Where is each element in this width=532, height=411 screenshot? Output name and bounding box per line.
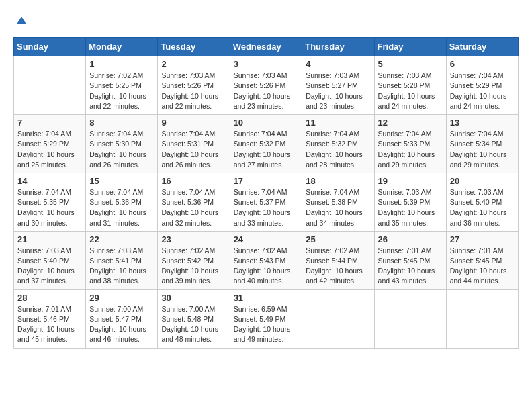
day-info: Sunrise: 7:03 AM Sunset: 5:39 PM Dayligh… [378,187,443,228]
day-number: 19 [378,176,443,186]
day-info: Sunrise: 7:04 AM Sunset: 5:35 PM Dayligh… [17,187,82,228]
calendar-cell: 31Sunrise: 6:59 AM Sunset: 5:49 PM Dayli… [230,289,302,348]
day-info: Sunrise: 7:04 AM Sunset: 5:32 PM Dayligh… [306,129,370,170]
day-number: 1 [89,59,154,69]
day-number: 18 [306,176,370,186]
weekday-header-saturday: Saturday [446,38,518,56]
day-info: Sunrise: 7:00 AM Sunset: 5:47 PM Dayligh… [89,304,154,345]
calendar-table: SundayMondayTuesdayWednesdayThursdayFrid… [13,37,519,348]
day-info: Sunrise: 7:04 AM Sunset: 5:31 PM Dayligh… [161,129,226,170]
svg-marker-0 [17,17,26,24]
day-info: Sunrise: 7:03 AM Sunset: 5:40 PM Dayligh… [17,246,82,287]
day-info: Sunrise: 7:03 AM Sunset: 5:41 PM Dayligh… [89,246,154,287]
day-info: Sunrise: 7:04 AM Sunset: 5:36 PM Dayligh… [89,187,154,228]
calendar-cell: 29Sunrise: 7:00 AM Sunset: 5:47 PM Dayli… [86,289,158,348]
day-number: 16 [161,176,226,186]
day-number: 24 [234,234,299,244]
day-number: 4 [306,59,370,69]
calendar-cell: 1Sunrise: 7:02 AM Sunset: 5:25 PM Daylig… [86,56,158,115]
day-number: 2 [161,59,226,69]
calendar-cell: 18Sunrise: 7:04 AM Sunset: 5:38 PM Dayli… [302,173,374,231]
day-number: 14 [17,176,82,186]
day-number: 6 [450,59,515,69]
calendar-cell: 12Sunrise: 7:04 AM Sunset: 5:33 PM Dayli… [374,115,446,173]
logo-icon [15,13,28,27]
day-number: 31 [234,293,299,303]
day-info: Sunrise: 7:04 AM Sunset: 5:34 PM Dayligh… [450,129,515,170]
day-number: 5 [378,59,443,69]
day-info: Sunrise: 7:01 AM Sunset: 5:45 PM Dayligh… [450,246,515,287]
calendar-cell: 4Sunrise: 7:03 AM Sunset: 5:27 PM Daylig… [302,56,374,115]
day-number: 23 [161,234,226,244]
calendar-cell: 27Sunrise: 7:01 AM Sunset: 5:45 PM Dayli… [446,231,518,289]
calendar-cell [374,289,446,348]
day-number: 13 [450,118,515,128]
calendar-cell: 17Sunrise: 7:04 AM Sunset: 5:37 PM Dayli… [230,173,302,231]
calendar-week-row: 28Sunrise: 7:01 AM Sunset: 5:46 PM Dayli… [14,289,519,348]
calendar-cell: 8Sunrise: 7:04 AM Sunset: 5:30 PM Daylig… [86,115,158,173]
day-number: 9 [161,118,226,128]
calendar-cell: 9Sunrise: 7:04 AM Sunset: 5:31 PM Daylig… [158,115,230,173]
calendar-week-row: 1Sunrise: 7:02 AM Sunset: 5:25 PM Daylig… [14,56,519,115]
day-info: Sunrise: 7:02 AM Sunset: 5:25 PM Dayligh… [89,71,154,111]
calendar-cell [446,289,518,348]
day-number: 20 [450,176,515,186]
calendar-cell: 5Sunrise: 7:03 AM Sunset: 5:28 PM Daylig… [374,56,446,115]
day-info: Sunrise: 7:02 AM Sunset: 5:44 PM Dayligh… [306,246,370,287]
logo [13,13,28,30]
day-number: 28 [17,293,82,303]
weekday-header-wednesday: Wednesday [230,38,302,56]
weekday-header-row: SundayMondayTuesdayWednesdayThursdayFrid… [14,38,519,56]
day-info: Sunrise: 7:04 AM Sunset: 5:29 PM Dayligh… [17,129,82,170]
day-number: 15 [89,176,154,186]
day-info: Sunrise: 7:03 AM Sunset: 5:26 PM Dayligh… [161,71,226,111]
day-info: Sunrise: 7:02 AM Sunset: 5:42 PM Dayligh… [161,246,226,287]
calendar-cell: 7Sunrise: 7:04 AM Sunset: 5:29 PM Daylig… [14,115,86,173]
calendar-cell: 21Sunrise: 7:03 AM Sunset: 5:40 PM Dayli… [14,231,86,289]
calendar-cell: 15Sunrise: 7:04 AM Sunset: 5:36 PM Dayli… [86,173,158,231]
day-number: 21 [17,234,82,244]
day-info: Sunrise: 7:04 AM Sunset: 5:38 PM Dayligh… [306,187,370,228]
calendar-cell: 26Sunrise: 7:01 AM Sunset: 5:45 PM Dayli… [374,231,446,289]
calendar-cell: 19Sunrise: 7:03 AM Sunset: 5:39 PM Dayli… [374,173,446,231]
day-number: 25 [306,234,370,244]
day-number: 11 [306,118,370,128]
day-info: Sunrise: 7:01 AM Sunset: 5:46 PM Dayligh… [17,304,82,345]
calendar-week-row: 21Sunrise: 7:03 AM Sunset: 5:40 PM Dayli… [14,231,519,289]
day-info: Sunrise: 7:04 AM Sunset: 5:36 PM Dayligh… [161,187,226,228]
calendar-cell: 22Sunrise: 7:03 AM Sunset: 5:41 PM Dayli… [86,231,158,289]
calendar-cell [302,289,374,348]
day-number: 27 [450,234,515,244]
day-info: Sunrise: 6:59 AM Sunset: 5:49 PM Dayligh… [234,304,299,345]
calendar-cell: 28Sunrise: 7:01 AM Sunset: 5:46 PM Dayli… [14,289,86,348]
day-info: Sunrise: 7:03 AM Sunset: 5:28 PM Dayligh… [378,71,443,111]
calendar-cell: 11Sunrise: 7:04 AM Sunset: 5:32 PM Dayli… [302,115,374,173]
day-info: Sunrise: 7:04 AM Sunset: 5:30 PM Dayligh… [89,129,154,170]
calendar-cell [14,56,86,115]
day-info: Sunrise: 7:03 AM Sunset: 5:26 PM Dayligh… [234,71,299,111]
calendar-week-row: 7Sunrise: 7:04 AM Sunset: 5:29 PM Daylig… [14,115,519,173]
day-info: Sunrise: 7:03 AM Sunset: 5:27 PM Dayligh… [306,71,370,111]
day-info: Sunrise: 7:04 AM Sunset: 5:32 PM Dayligh… [234,129,299,170]
day-info: Sunrise: 7:02 AM Sunset: 5:43 PM Dayligh… [234,246,299,287]
day-number: 8 [89,118,154,128]
day-number: 3 [234,59,299,69]
calendar-cell: 6Sunrise: 7:04 AM Sunset: 5:29 PM Daylig… [446,56,518,115]
day-info: Sunrise: 7:04 AM Sunset: 5:29 PM Dayligh… [450,71,515,111]
calendar-cell: 24Sunrise: 7:02 AM Sunset: 5:43 PM Dayli… [230,231,302,289]
day-info: Sunrise: 7:04 AM Sunset: 5:33 PM Dayligh… [378,129,443,170]
calendar-cell: 10Sunrise: 7:04 AM Sunset: 5:32 PM Dayli… [230,115,302,173]
calendar-week-row: 14Sunrise: 7:04 AM Sunset: 5:35 PM Dayli… [14,173,519,231]
weekday-header-monday: Monday [86,38,158,56]
day-info: Sunrise: 7:03 AM Sunset: 5:40 PM Dayligh… [450,187,515,228]
day-number: 10 [234,118,299,128]
day-number: 29 [89,293,154,303]
calendar-cell: 13Sunrise: 7:04 AM Sunset: 5:34 PM Dayli… [446,115,518,173]
day-number: 30 [161,293,226,303]
calendar-cell: 2Sunrise: 7:03 AM Sunset: 5:26 PM Daylig… [158,56,230,115]
calendar-cell: 23Sunrise: 7:02 AM Sunset: 5:42 PM Dayli… [158,231,230,289]
calendar-cell: 16Sunrise: 7:04 AM Sunset: 5:36 PM Dayli… [158,173,230,231]
weekday-header-thursday: Thursday [302,38,374,56]
page-header [13,13,519,30]
day-info: Sunrise: 7:00 AM Sunset: 5:48 PM Dayligh… [161,304,226,345]
